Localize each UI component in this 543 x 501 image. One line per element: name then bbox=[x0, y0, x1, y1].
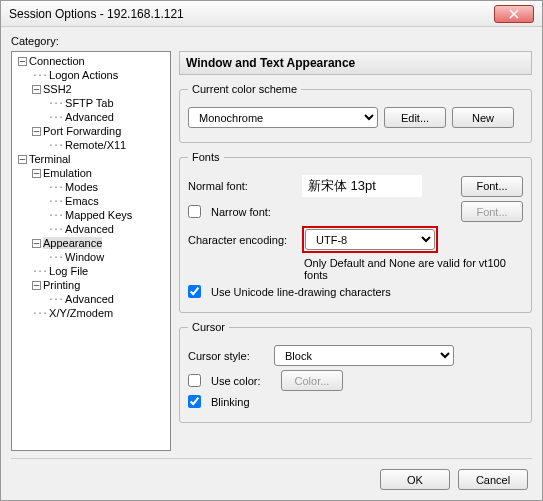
use-color-label: Use color: bbox=[211, 375, 275, 387]
new-scheme-button[interactable]: New bbox=[452, 107, 514, 128]
blinking-label: Blinking bbox=[211, 396, 250, 408]
blinking-checkbox[interactable] bbox=[188, 395, 201, 408]
normal-font-button[interactable]: Font... bbox=[461, 176, 523, 197]
encoding-label: Character encoding: bbox=[188, 234, 296, 246]
tree-logon-actions[interactable]: Logon Actions bbox=[49, 69, 118, 81]
tree-xyzmodem[interactable]: X/Y/Zmodem bbox=[49, 307, 113, 319]
tree-mapped-keys[interactable]: Mapped Keys bbox=[65, 209, 132, 221]
color-scheme-select[interactable]: Monochrome bbox=[188, 107, 378, 128]
color-scheme-legend: Current color scheme bbox=[188, 83, 301, 95]
ok-button[interactable]: OK bbox=[380, 469, 450, 490]
narrow-font-button: Font... bbox=[461, 201, 523, 222]
tree-ssh2[interactable]: SSH2 bbox=[43, 83, 72, 95]
tree-ssh2-advanced[interactable]: Advanced bbox=[65, 111, 114, 123]
dialog-footer: OK Cancel bbox=[11, 458, 532, 500]
normal-font-value: 新宋体 13pt bbox=[302, 175, 422, 197]
close-icon bbox=[509, 9, 519, 19]
tree-modes[interactable]: Modes bbox=[65, 181, 98, 193]
edit-scheme-button[interactable]: Edit... bbox=[384, 107, 446, 128]
cursor-group: Cursor Cursor style: Block Use color: Co… bbox=[179, 321, 532, 423]
tree-terminal[interactable]: Terminal bbox=[29, 153, 71, 165]
unicode-line-label: Use Unicode line-drawing characters bbox=[211, 286, 391, 298]
encoding-select[interactable]: UTF-8 bbox=[305, 229, 435, 250]
tree-print-advanced[interactable]: Advanced bbox=[65, 293, 114, 305]
tree-connection[interactable]: Connection bbox=[29, 55, 85, 67]
narrow-font-label: Narrow font: bbox=[211, 206, 271, 218]
tree-window[interactable]: Window bbox=[65, 251, 104, 263]
tree-remote-x11[interactable]: Remote/X11 bbox=[65, 139, 126, 151]
panel-heading: Window and Text Appearance bbox=[179, 51, 532, 75]
fonts-group: Fonts Normal font: 新宋体 13pt Font... Narr… bbox=[179, 151, 532, 313]
expand-icon[interactable]: – bbox=[32, 239, 41, 248]
category-label: Category: bbox=[11, 35, 532, 47]
cancel-button[interactable]: Cancel bbox=[458, 469, 528, 490]
window-title: Session Options - 192.168.1.121 bbox=[9, 7, 184, 21]
encoding-highlight: UTF-8 bbox=[302, 226, 438, 253]
tree-emulation[interactable]: Emulation bbox=[43, 167, 92, 179]
tree-log-file[interactable]: Log File bbox=[49, 265, 88, 277]
category-tree[interactable]: –Connection ···Logon Actions –SSH2 ···SF… bbox=[11, 51, 171, 451]
expand-icon[interactable]: – bbox=[32, 85, 41, 94]
unicode-line-checkbox[interactable] bbox=[188, 285, 201, 298]
color-scheme-group: Current color scheme Monochrome Edit... … bbox=[179, 83, 532, 143]
dialog-window: { "title": "Session Options - 192.168.1.… bbox=[0, 0, 543, 501]
expand-icon[interactable]: – bbox=[18, 155, 27, 164]
cursor-color-button: Color... bbox=[281, 370, 343, 391]
encoding-note: Only Default and None are valid for vt10… bbox=[304, 257, 523, 281]
tree-emu-advanced[interactable]: Advanced bbox=[65, 223, 114, 235]
tree-emacs[interactable]: Emacs bbox=[65, 195, 99, 207]
settings-panel: Window and Text Appearance Current color… bbox=[179, 51, 532, 454]
normal-font-label: Normal font: bbox=[188, 180, 296, 192]
tree-sftp-tab[interactable]: SFTP Tab bbox=[65, 97, 114, 109]
fonts-legend: Fonts bbox=[188, 151, 224, 163]
title-bar: Session Options - 192.168.1.121 bbox=[1, 1, 542, 27]
cursor-legend: Cursor bbox=[188, 321, 229, 333]
tree-port-forwarding[interactable]: Port Forwarding bbox=[43, 125, 121, 137]
use-color-checkbox[interactable] bbox=[188, 374, 201, 387]
tree-printing[interactable]: Printing bbox=[43, 279, 80, 291]
cursor-style-label: Cursor style: bbox=[188, 350, 268, 362]
expand-icon[interactable]: – bbox=[32, 127, 41, 136]
cursor-style-select[interactable]: Block bbox=[274, 345, 454, 366]
close-button[interactable] bbox=[494, 5, 534, 23]
tree-appearance[interactable]: Appearance bbox=[43, 237, 102, 249]
expand-icon[interactable]: – bbox=[32, 169, 41, 178]
narrow-font-checkbox[interactable] bbox=[188, 205, 201, 218]
expand-icon[interactable]: – bbox=[18, 57, 27, 66]
expand-icon[interactable]: – bbox=[32, 281, 41, 290]
